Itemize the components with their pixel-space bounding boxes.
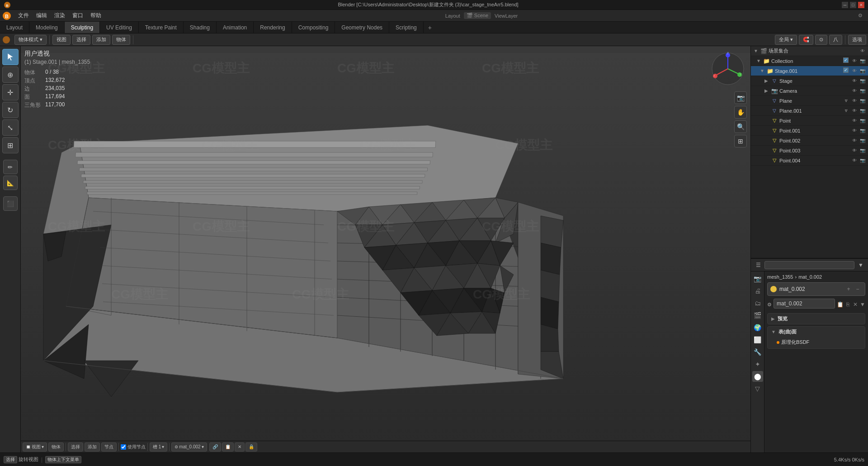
zoom-button[interactable]: 🔍: [734, 120, 747, 133]
render-icon[interactable]: 📷: [859, 57, 866, 65]
render-icon-10[interactable]: 📷: [859, 147, 866, 154]
3d-viewport[interactable]: CG模型主 CG模型主 CG模型主 CG模型主 CG模型主 CG模型主 CG模型…: [21, 46, 750, 452]
add-menu[interactable]: 添加: [92, 35, 110, 45]
object-menu[interactable]: 物体: [112, 35, 130, 45]
particle-prop-icon[interactable]: ✦: [752, 359, 763, 370]
outliner-row-point003[interactable]: ▽ Point.003 👁 📷: [751, 146, 868, 156]
delete-mat-button[interactable]: ✕: [235, 442, 245, 452]
render-icon-3[interactable]: 📷: [859, 77, 866, 85]
material-prop-icon[interactable]: ⬤: [752, 371, 763, 382]
annotate-button[interactable]: ✏: [3, 160, 18, 174]
add-workspace-button[interactable]: +: [424, 22, 436, 33]
use-node-checkbox[interactable]: [121, 444, 126, 450]
mat-unlink-btn[interactable]: −: [853, 285, 862, 294]
camera-view-button[interactable]: 📷: [734, 91, 747, 104]
measure-button[interactable]: 📐: [3, 176, 18, 190]
outliner-row-stage[interactable]: ▶ ▽ Stage 👁 📷: [751, 76, 868, 86]
node-button[interactable]: 节点: [101, 442, 117, 452]
snap-toggle[interactable]: 🧲: [799, 35, 813, 45]
tab-rendering[interactable]: Rendering: [254, 22, 292, 33]
properties-search-input[interactable]: [764, 261, 854, 269]
render-icon-9[interactable]: 📷: [859, 137, 866, 144]
filter2-icon[interactable]: ⛛: [843, 107, 850, 114]
mode-selector[interactable]: 物体模式 ▾: [14, 35, 47, 45]
move-tool-button[interactable]: ✛: [2, 84, 19, 100]
visibility-checkbox[interactable]: ✓: [843, 57, 849, 63]
visibility-icon-5[interactable]: 👁: [851, 97, 858, 105]
fake-user-button[interactable]: 🔒: [245, 442, 257, 452]
mat-delete-btn[interactable]: ✕: [853, 300, 858, 309]
outliner-row-plane[interactable]: ▽ Plane ⛛ 👁 📷: [751, 96, 868, 106]
visibility-icon-7[interactable]: 👁: [851, 117, 858, 124]
tab-shading[interactable]: Shading: [184, 22, 217, 33]
visibility-icon-6[interactable]: 👁: [851, 107, 858, 114]
scene-prop-icon[interactable]: 🎬: [752, 310, 763, 321]
scale-tool-button[interactable]: ⤡: [2, 119, 19, 136]
preview-section-header[interactable]: ▶ 预览: [768, 314, 865, 324]
engine-selector[interactable]: ⚙: [858, 13, 863, 19]
rotate-tool-button[interactable]: ↻: [2, 102, 19, 118]
prop-menu-icon[interactable]: ☰: [754, 261, 763, 270]
visibility-icon-11[interactable]: 👁: [851, 157, 858, 164]
tab-scripting[interactable]: Scripting: [389, 22, 424, 33]
proportional-edit[interactable]: ⊙: [815, 35, 827, 45]
visibility-icon-8[interactable]: 👁: [851, 127, 858, 134]
render-icon-11[interactable]: 📷: [859, 157, 866, 164]
options-dropdown[interactable]: 选项: [848, 35, 866, 45]
mat-browse-btn[interactable]: 📋: [837, 300, 844, 309]
visibility-icon-10[interactable]: 👁: [851, 147, 858, 154]
material-slot[interactable]: mat_0.002 + −: [767, 282, 865, 296]
visibility-icon-4[interactable]: 👁: [851, 87, 858, 95]
outliner-row-selected[interactable]: ▼ 📁 Stage.001 ✓ 👁 📷: [751, 66, 868, 76]
add-object-button[interactable]: 添加: [85, 442, 100, 452]
render-prop-icon[interactable]: 📷: [752, 273, 763, 284]
render-icon-2[interactable]: 📷: [859, 67, 866, 75]
cursor-tool-button[interactable]: ⊕: [2, 67, 19, 83]
scene-visible-icon[interactable]: 👁: [859, 48, 866, 55]
render-icon-7[interactable]: 📷: [859, 117, 866, 124]
menu-window[interactable]: 窗口: [69, 11, 87, 20]
render-icon-6[interactable]: 📷: [859, 107, 866, 114]
view-layer-prop-icon[interactable]: 🗂: [752, 298, 763, 309]
output-prop-icon[interactable]: 🖨: [752, 285, 763, 296]
select-tool-button[interactable]: [2, 49, 19, 65]
tab-texture-paint[interactable]: Texture Paint: [139, 22, 184, 33]
tab-modeling[interactable]: Modeling: [29, 22, 65, 33]
outliner-row-point002[interactable]: ▽ Point.002 👁 📷: [751, 136, 868, 146]
hand-tool-button[interactable]: ✋: [734, 106, 747, 119]
scene-selector[interactable]: 🎬 Scene: [464, 12, 491, 19]
render-icon-8[interactable]: 📷: [859, 127, 866, 134]
outliner-row[interactable]: ▼ 📁 Collection ✓ 👁 📷: [751, 56, 868, 66]
material-selector[interactable]: ⚙ mat_0.002 ▾: [171, 442, 207, 452]
slot-selector[interactable]: 槽 1 ▾: [150, 442, 167, 452]
outliner-row-camera[interactable]: ▶ 📷 Camera 👁 📷: [751, 86, 868, 96]
select-mode-button[interactable]: 选择: [68, 442, 83, 452]
mat-link-btn[interactable]: +: [844, 285, 853, 294]
close-button[interactable]: ✕: [858, 2, 864, 8]
render-icon-4[interactable]: 📷: [859, 87, 866, 95]
material-name-field[interactable]: [774, 299, 835, 309]
blender-logo[interactable]: B: [2, 11, 12, 21]
visibility-icon[interactable]: 👁: [851, 57, 858, 65]
tab-animation[interactable]: Animation: [217, 22, 254, 33]
surface-section-header[interactable]: ▼ 表(曲)面: [768, 327, 865, 337]
data-prop-icon[interactable]: ▽: [752, 383, 763, 394]
transform-tool-button[interactable]: ⊞: [2, 137, 19, 153]
outliner-row-plane001[interactable]: ▽ Plane.001 ⛛ 👁 📷: [751, 106, 868, 116]
global-selector[interactable]: 全局 ▾: [775, 35, 797, 45]
outliner-row-point[interactable]: ▽ Point 👁 📷: [751, 116, 868, 126]
tab-compositing[interactable]: Compositing: [292, 22, 335, 33]
view-mode-button[interactable]: 🔲 视图 ▾: [23, 442, 47, 452]
menu-file[interactable]: 文件: [14, 11, 33, 20]
prop-filter-icon[interactable]: ▼: [856, 261, 865, 270]
outliner-row-point004[interactable]: ▽ Point.004 👁 📷: [751, 156, 868, 166]
outliner-row-scene[interactable]: ▼ 🎬 场景集合 👁: [751, 46, 868, 56]
select-menu[interactable]: 选择: [72, 35, 90, 45]
tab-sculpting[interactable]: Sculpting: [65, 22, 100, 33]
menu-help[interactable]: 帮助: [87, 11, 105, 20]
overlay-toggle[interactable]: 八: [829, 35, 842, 45]
link-data-button[interactable]: 🔗: [209, 442, 221, 452]
navigation-gizmo[interactable]: Z Y X: [710, 51, 746, 87]
view-menu[interactable]: 视图: [52, 35, 71, 45]
modifier-prop-icon[interactable]: 🔧: [752, 347, 763, 357]
